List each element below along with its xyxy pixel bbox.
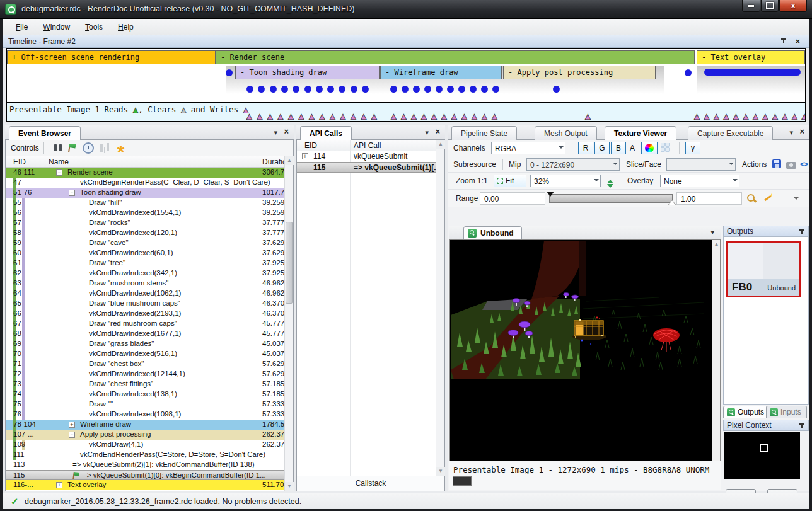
write-marker-triangle[interactable]: ▲ <box>692 112 702 121</box>
write-marker-triangle[interactable]: ▲ <box>741 112 751 121</box>
checkerboard-button[interactable] <box>661 143 670 152</box>
save-texture-button[interactable] <box>772 159 781 168</box>
bookmark-icon[interactable] <box>114 142 128 154</box>
draw-event-dot[interactable] <box>351 86 357 93</box>
range-min-input[interactable]: 0.00 <box>480 192 545 205</box>
write-marker-triangle[interactable]: ▲ <box>702 112 712 121</box>
write-marker-triangle[interactable]: ▲ <box>722 112 731 121</box>
open-texture-list-button[interactable] <box>786 161 796 169</box>
write-marker-triangle[interactable]: ▲ <box>399 112 409 121</box>
draw-event-dot[interactable] <box>424 86 431 93</box>
table-row[interactable]: 73Draw "chest fittings"57.18518 <box>6 379 285 389</box>
zoom-level-select[interactable]: 32% <box>530 175 601 187</box>
draw-event-dot[interactable] <box>481 86 488 93</box>
fit-button[interactable]: Fit <box>494 175 526 187</box>
api-call-row[interactable]: +114vkQueueSubmit <box>297 151 436 162</box>
write-marker-triangle[interactable]: ▲ <box>470 112 479 121</box>
write-marker-triangle[interactable]: ▲ <box>761 112 770 121</box>
range-white-point-handle[interactable] <box>668 197 676 205</box>
texture-viewport[interactable]: ▲ ▼ ◀ ▶ <box>450 239 721 468</box>
tab-texture-viewer[interactable]: Texture Viewer <box>605 126 676 141</box>
write-marker-triangle[interactable]: ▲ <box>490 112 499 121</box>
jump-to-event-icon[interactable] <box>65 142 79 154</box>
table-row[interactable]: 56vkCmdDrawIndexed(1554,1)39.25926 <box>6 208 285 218</box>
pixel-context-view[interactable] <box>724 432 800 479</box>
draw-event-dot[interactable] <box>304 86 311 93</box>
write-marker-triangle[interactable]: ▲ <box>297 112 306 121</box>
write-marker-triangle[interactable]: ▲ <box>286 112 296 121</box>
table-row[interactable]: 109vkCmdDraw(4,1)262.37... <box>6 440 285 450</box>
table-row[interactable]: 69Draw "grass blades"45.03704 <box>6 339 285 349</box>
expander-icon[interactable]: − <box>69 432 75 438</box>
table-row[interactable]: 65Draw "blue mushroom caps"46.37037 <box>6 299 285 309</box>
write-marker-triangle[interactable]: ▲ <box>770 112 780 121</box>
draw-event-dot[interactable] <box>270 86 277 93</box>
write-marker-triangle[interactable]: ▲ <box>389 112 398 121</box>
write-marker-triangle[interactable]: ▲ <box>359 112 369 121</box>
table-row[interactable]: 70vkCmdDrawIndexed(516,1)45.03704 <box>6 349 285 359</box>
find-event-icon[interactable] <box>49 142 62 154</box>
autofit-range-icon[interactable] <box>762 193 774 204</box>
gamma-button[interactable]: γ <box>685 142 700 154</box>
overlay-select[interactable]: None <box>660 175 740 187</box>
table-row[interactable]: 71Draw "chest box"57.62963 <box>6 359 285 369</box>
menu-file[interactable]: File <box>9 21 34 33</box>
tab-event-browser[interactable]: Event Browser <box>9 126 81 141</box>
channels-select[interactable]: RGBA <box>491 142 566 154</box>
tab-outputs[interactable]: Outputs <box>723 406 770 418</box>
table-row[interactable]: 51-76−Toon shading draw1017.7... <box>6 188 285 198</box>
chevron-down-icon[interactable]: ▾ <box>425 129 429 137</box>
table-row[interactable]: 107-...−Apply post processing262.37... <box>6 430 285 440</box>
timeline-marker[interactable]: - Wireframe draw <box>380 66 502 79</box>
write-marker-triangle[interactable]: ▲ <box>245 112 254 121</box>
red-channel-button[interactable]: R <box>578 142 593 154</box>
pin-icon[interactable] <box>799 229 804 235</box>
write-marker-triangle[interactable]: ▲ <box>328 112 337 121</box>
table-row[interactable]: 68vkCmdDrawIndexed(1677,1)45.77778 <box>6 329 285 339</box>
menu-window[interactable]: Window <box>37 21 76 33</box>
draw-event-dot[interactable] <box>413 86 420 93</box>
table-row[interactable]: 61Draw "tree"37.92593 <box>6 258 285 268</box>
write-marker-triangle[interactable]: ▲ <box>790 112 799 121</box>
green-channel-button[interactable]: G <box>594 142 610 154</box>
toolbar-overflow-icon[interactable] <box>794 197 799 202</box>
table-row[interactable]: 47vkCmdBeginRenderPass(C=Clear, D=Clear,… <box>6 178 285 188</box>
tab-mesh-output[interactable]: Mesh Output <box>535 126 597 140</box>
table-row[interactable]: 58vkCmdDrawIndexed(120,1)37.77778 <box>6 228 285 238</box>
write-marker-triangle[interactable]: ▲ <box>450 112 459 121</box>
write-marker-triangle[interactable]: ▲ <box>460 112 469 121</box>
minimize-button[interactable] <box>742 0 760 12</box>
draw-event-dot[interactable] <box>226 69 233 76</box>
scroll-up-icon[interactable]: ▲ <box>436 140 445 149</box>
scroll-up-icon[interactable]: ▲ <box>285 156 294 165</box>
tab-api-calls[interactable]: API Calls <box>300 126 352 141</box>
write-marker-triangle[interactable]: ▲ <box>419 112 429 121</box>
tab-pipeline-state[interactable]: Pipeline State <box>451 126 517 140</box>
table-row[interactable]: 55Draw "hill"39.25926 <box>6 198 285 208</box>
table-row[interactable]: 74vkCmdDrawIndexed(138,1)57.18518 <box>6 389 285 399</box>
draw-event-dot[interactable] <box>436 86 443 93</box>
table-row[interactable]: 116-...+Text overlay511.7037 <box>6 480 285 490</box>
draw-event-dot[interactable] <box>316 86 323 93</box>
range-max-input[interactable]: 1.00 <box>676 192 742 205</box>
expander-icon[interactable]: − <box>69 190 75 196</box>
write-marker-triangle[interactable]: ▲ <box>409 112 419 121</box>
write-marker-triangle[interactable]: ▲ <box>712 112 721 121</box>
draw-event-dot[interactable] <box>447 86 454 93</box>
table-row[interactable]: 76vkCmdDrawIndexed(1098,1)57.33333 <box>6 410 285 420</box>
tab-capture-executable[interactable]: Capture Executable <box>688 126 773 140</box>
draw-event-dot[interactable] <box>492 86 499 93</box>
zoom-1to1-button[interactable]: 1:1 <box>477 176 488 185</box>
draw-event-dot[interactable] <box>246 86 253 93</box>
expander-icon[interactable]: − <box>56 169 62 176</box>
menu-tools[interactable]: Tools <box>79 21 109 33</box>
write-marker-triangle[interactable]: ▲ <box>255 112 265 121</box>
draw-event-dot[interactable] <box>685 69 692 76</box>
write-marker-triangle[interactable]: ▲ <box>751 112 760 121</box>
table-row[interactable]: 111vkCmdEndRenderPass(C=Store, D=Store, … <box>6 450 285 460</box>
draw-events-capsule[interactable] <box>704 69 801 76</box>
scroll-up-icon[interactable]: ▲ <box>712 240 721 248</box>
timeline-marker[interactable]: - Render scene <box>216 50 695 64</box>
tab-inputs[interactable]: Inputs <box>766 406 807 418</box>
expander-icon[interactable]: + <box>69 422 75 428</box>
